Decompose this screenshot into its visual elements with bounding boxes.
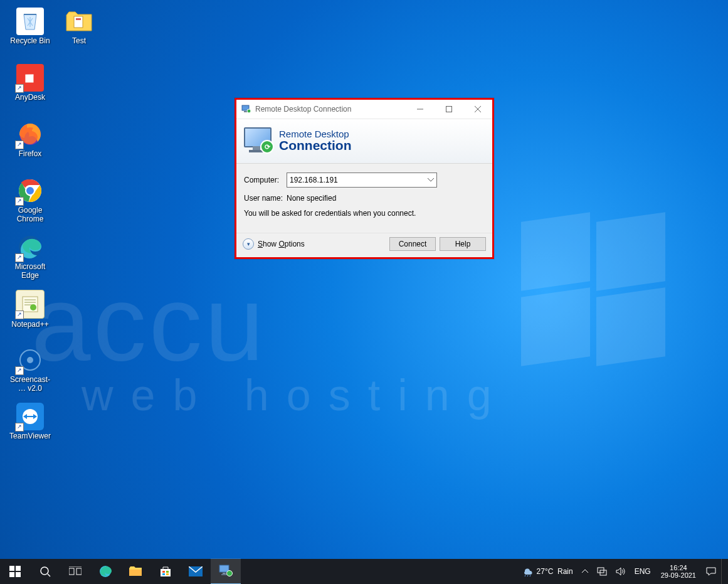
- svg-rect-17: [16, 566, 21, 571]
- svg-rect-32: [223, 573, 226, 574]
- title-bar[interactable]: Remote Desktop Connection: [236, 100, 492, 119]
- taskbar-rdc[interactable]: [211, 558, 241, 584]
- svg-rect-24: [129, 570, 142, 576]
- task-view-icon: [69, 566, 82, 576]
- svg-rect-25: [161, 569, 171, 576]
- rdc-body: Computer: 192.168.1.191 User name: None …: [236, 164, 492, 233]
- chevron-up-icon: [582, 568, 588, 575]
- notification-icon: [706, 566, 716, 576]
- clock-date: 29-09-2021: [661, 571, 696, 579]
- svg-rect-11: [76, 18, 81, 20]
- tray-volume[interactable]: [612, 559, 630, 584]
- svg-rect-26: [162, 571, 165, 573]
- svg-rect-16: [9, 566, 14, 571]
- mail-icon: [189, 566, 203, 576]
- weather-widget[interactable]: 27°C Rain: [519, 559, 577, 584]
- svg-rect-29: [166, 573, 169, 575]
- weather-temp: 27°C: [537, 567, 554, 576]
- folder-icon: [65, 9, 93, 34]
- show-options-toggle[interactable]: ▾ Show Options: [243, 238, 305, 250]
- svg-rect-18: [9, 572, 14, 577]
- svg-point-20: [41, 567, 48, 575]
- banner-line1: Remote Desktop: [279, 129, 352, 139]
- icon-firefox[interactable]: ↗ Firefox: [6, 120, 54, 172]
- taskbar-edge[interactable]: [90, 559, 120, 584]
- weather-condition: Rain: [557, 567, 573, 576]
- rdc-icon: [219, 565, 233, 577]
- minimize-button[interactable]: [406, 100, 435, 119]
- remote-desktop-window[interactable]: Remote Desktop Connection ⟳ Remote Deskt…: [235, 98, 494, 259]
- close-button[interactable]: [463, 100, 492, 119]
- edge-icon: [98, 565, 112, 578]
- desktop-icons-col2: Test: [55, 8, 103, 59]
- svg-point-6: [30, 304, 36, 311]
- svg-rect-33: [221, 574, 227, 575]
- svg-rect-15: [446, 107, 452, 112]
- svg-point-14: [247, 109, 251, 113]
- show-desktop-button[interactable]: [721, 559, 725, 584]
- help-button[interactable]: Help: [440, 237, 486, 251]
- icon-screencast[interactable]: ↗ Screencast-… v2.0: [6, 346, 54, 398]
- rdc-app-icon: [241, 104, 251, 114]
- computer-combobox[interactable]: 192.168.1.191: [287, 173, 437, 188]
- shortcut-arrow-icon: ↗: [15, 253, 24, 262]
- volume-icon: [616, 567, 626, 576]
- svg-rect-10: [74, 16, 83, 28]
- connect-button[interactable]: Connect: [389, 237, 436, 251]
- search-icon: [40, 566, 51, 577]
- desktop[interactable]: accu web hosting Recycle Bin ◆↗ AnyDesk …: [0, 0, 728, 584]
- rdc-footer: ▾ Show Options Connect Help: [236, 233, 492, 257]
- taskbar[interactable]: 27°C Rain ENG 16:24 29-09-2021: [0, 559, 728, 584]
- system-tray: 27°C Rain ENG 16:24 29-09-2021: [519, 559, 728, 584]
- shortcut-arrow-icon: ↗: [15, 423, 24, 432]
- weather-icon: [522, 566, 534, 577]
- icon-google-chrome[interactable]: ↗ Google Chrome: [6, 177, 54, 228]
- search-button[interactable]: [30, 559, 60, 584]
- maximize-button[interactable]: [435, 100, 463, 119]
- shortcut-arrow-icon: ↗: [15, 311, 24, 319]
- svg-rect-22: [76, 568, 82, 575]
- username-label: User name:: [244, 194, 287, 203]
- shortcut-arrow-icon: ↗: [15, 84, 24, 93]
- clock-time: 16:24: [670, 564, 687, 571]
- shortcut-arrow-icon: ↗: [15, 197, 24, 206]
- network-icon: [597, 567, 607, 576]
- window-title: Remote Desktop Connection: [255, 105, 351, 114]
- computer-label: Computer:: [244, 176, 287, 184]
- svg-rect-21: [69, 568, 74, 575]
- svg-point-34: [227, 571, 233, 576]
- store-icon: [159, 565, 172, 578]
- chevron-down-icon: [428, 178, 434, 182]
- folder-icon: [129, 566, 142, 577]
- tray-clock[interactable]: 16:24 29-09-2021: [656, 559, 701, 584]
- rdc-banner: ⟳ Remote Desktop Connection: [236, 119, 492, 164]
- svg-rect-19: [16, 572, 21, 577]
- chevron-down-icon: ▾: [243, 238, 254, 250]
- shortcut-arrow-icon: ↗: [15, 141, 24, 149]
- shortcut-arrow-icon: ↗: [15, 366, 24, 375]
- start-button[interactable]: [0, 559, 30, 584]
- tray-overflow[interactable]: [578, 559, 592, 584]
- icon-microsoft-edge[interactable]: ↗ Microsoft Edge: [6, 233, 54, 285]
- desktop-icons-col1: Recycle Bin ◆↗ AnyDesk ↗ Firefox ↗ Googl…: [6, 8, 54, 454]
- svg-point-8: [27, 357, 33, 363]
- task-view-button[interactable]: [60, 559, 90, 584]
- taskbar-file-explorer[interactable]: [120, 559, 150, 584]
- taskbar-microsoft-store[interactable]: [150, 559, 181, 584]
- computer-value: 192.168.1.191: [290, 176, 338, 184]
- icon-teamviewer[interactable]: ↗ TeamViewer: [6, 403, 54, 454]
- svg-rect-27: [166, 571, 169, 573]
- username-value: None specified: [287, 194, 336, 203]
- windows-icon: [9, 566, 21, 577]
- banner-line2: Connection: [279, 139, 352, 152]
- icon-anydesk[interactable]: ◆↗ AnyDesk: [6, 64, 54, 115]
- tray-language[interactable]: ENG: [631, 559, 655, 584]
- icon-notepad-plus-plus[interactable]: ↗ Notepad++: [6, 290, 54, 341]
- rdc-banner-icon: ⟳: [243, 127, 274, 155]
- tray-network[interactable]: [593, 559, 611, 584]
- icon-test-folder[interactable]: Test: [55, 8, 103, 59]
- tray-notifications[interactable]: [702, 559, 720, 584]
- icon-recycle-bin[interactable]: Recycle Bin: [6, 8, 54, 59]
- taskbar-mail[interactable]: [181, 559, 211, 584]
- credentials-hint: You will be asked for credentials when y…: [244, 209, 485, 218]
